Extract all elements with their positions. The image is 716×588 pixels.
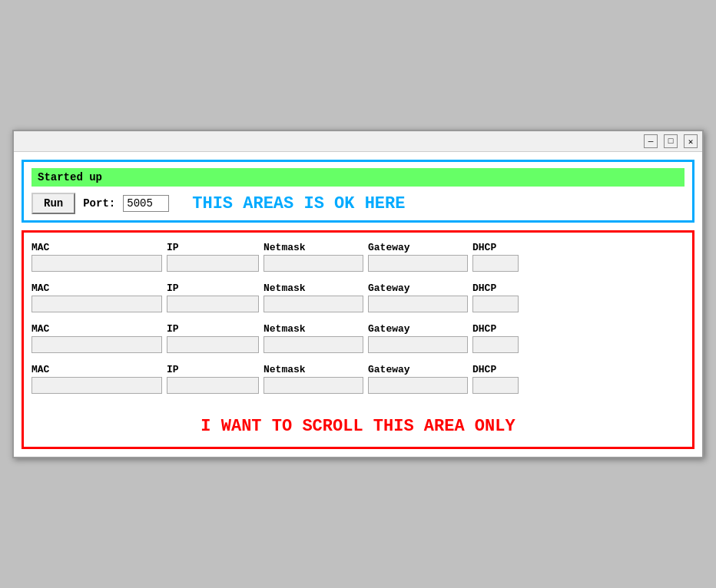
status-bar: Started up	[31, 168, 685, 187]
ip-label-0: IP	[167, 240, 259, 255]
dhcp-label-3: DHCP	[472, 362, 519, 377]
gateway-label-1: Gateway	[368, 281, 468, 296]
netmask-input-2[interactable]	[264, 336, 363, 353]
ip-input-3[interactable]	[167, 377, 259, 394]
netmask-group-2: Netmask	[264, 322, 363, 353]
mac-group-1: MAC	[31, 281, 162, 312]
ip-input-0[interactable]	[167, 255, 259, 272]
top-area: Started up Run Port: THIS AREAS IS OK HE…	[22, 160, 694, 223]
netmask-label-1: Netmask	[264, 281, 363, 296]
ip-input-1[interactable]	[167, 296, 259, 312]
ip-group-3: IP	[167, 362, 259, 394]
netmask-label-3: Netmask	[264, 362, 363, 377]
mac-input-1[interactable]	[31, 296, 162, 312]
dhcp-input-3[interactable]	[472, 377, 519, 394]
mac-label-1: MAC	[31, 281, 162, 296]
network-row: MAC IP Netmask Gateway DHCP	[31, 240, 685, 272]
scroll-message: I WANT TO SCROLL THIS AREA ONLY	[31, 414, 685, 439]
ip-label-3: IP	[167, 362, 259, 377]
mac-group-3: MAC	[31, 362, 162, 394]
dhcp-group-0: DHCP	[472, 240, 519, 272]
gateway-label-0: Gateway	[368, 240, 468, 255]
close-button[interactable]: ✕	[684, 134, 698, 148]
scroll-area-wrapper: MAC IP Netmask Gateway DHCP	[22, 230, 694, 449]
minimize-button[interactable]: —	[644, 134, 658, 148]
fields-inputs-2: MAC IP Netmask Gateway DHCP	[31, 322, 685, 353]
gateway-label-3: Gateway	[368, 362, 468, 377]
maximize-button[interactable]: □	[664, 134, 678, 148]
gateway-group-1: Gateway	[368, 281, 468, 312]
dhcp-label-0: DHCP	[472, 240, 519, 255]
fields-inputs-3: MAC IP Netmask Gateway DHCP	[31, 362, 685, 394]
netmask-input-0[interactable]	[264, 255, 363, 272]
title-bar: — □ ✕	[14, 131, 702, 152]
mac-input-3[interactable]	[31, 377, 162, 394]
ip-input-2[interactable]	[167, 336, 259, 353]
mac-label-2: MAC	[31, 322, 162, 336]
scroll-area[interactable]: MAC IP Netmask Gateway DHCP	[31, 240, 685, 403]
ip-label-2: IP	[167, 322, 259, 336]
network-row: MAC IP Netmask Gateway DHCP	[31, 362, 685, 394]
mac-group-2: MAC	[31, 322, 162, 353]
gateway-input-3[interactable]	[368, 377, 468, 394]
netmask-label-0: Netmask	[264, 240, 363, 255]
fields-inputs-0: MAC IP Netmask Gateway DHCP	[31, 240, 685, 272]
mac-label-0: MAC	[31, 240, 162, 255]
dhcp-input-1[interactable]	[472, 296, 519, 312]
ip-group-2: IP	[167, 322, 259, 353]
mac-label-3: MAC	[31, 362, 162, 377]
network-row: MAC IP Netmask Gateway DHCP	[31, 322, 685, 353]
gateway-group-3: Gateway	[368, 362, 468, 394]
dhcp-label-2: DHCP	[472, 322, 519, 336]
port-label: Port:	[83, 197, 115, 210]
dhcp-input-2[interactable]	[472, 336, 519, 353]
port-input[interactable]	[123, 195, 169, 212]
fields-inputs-1: MAC IP Netmask Gateway DHCP	[31, 281, 685, 312]
gateway-input-1[interactable]	[368, 296, 468, 312]
netmask-group-1: Netmask	[264, 281, 363, 312]
ip-group-1: IP	[167, 281, 259, 312]
dhcp-group-3: DHCP	[472, 362, 519, 394]
ip-label-1: IP	[167, 281, 259, 296]
netmask-input-3[interactable]	[264, 377, 363, 394]
network-row: MAC IP Netmask Gateway DHCP	[31, 281, 685, 312]
ip-group-0: IP	[167, 240, 259, 272]
netmask-input-1[interactable]	[264, 296, 363, 312]
gateway-group-2: Gateway	[368, 322, 468, 353]
title-bar-buttons: — □ ✕	[644, 134, 698, 148]
dhcp-input-0[interactable]	[472, 255, 519, 272]
ok-text: THIS AREAS IS OK HERE	[192, 194, 405, 213]
dhcp-label-1: DHCP	[472, 281, 519, 296]
gateway-label-2: Gateway	[368, 322, 468, 336]
netmask-label-2: Netmask	[264, 322, 363, 336]
run-button[interactable]: Run	[31, 193, 75, 214]
mac-group-0: MAC	[31, 240, 162, 272]
status-text: Started up	[38, 171, 102, 183]
dhcp-group-1: DHCP	[472, 281, 519, 312]
netmask-group-3: Netmask	[264, 362, 363, 394]
gateway-input-0[interactable]	[368, 255, 468, 272]
mac-input-0[interactable]	[31, 255, 162, 272]
window-content: Started up Run Port: THIS AREAS IS OK HE…	[14, 152, 702, 457]
netmask-group-0: Netmask	[264, 240, 363, 272]
controls-row: Run Port: THIS AREAS IS OK HERE	[31, 193, 685, 214]
mac-input-2[interactable]	[31, 336, 162, 353]
dhcp-group-2: DHCP	[472, 322, 519, 353]
main-window: — □ ✕ Started up Run Port: THIS AREAS IS…	[12, 130, 704, 458]
gateway-group-0: Gateway	[368, 240, 468, 272]
gateway-input-2[interactable]	[368, 336, 468, 353]
